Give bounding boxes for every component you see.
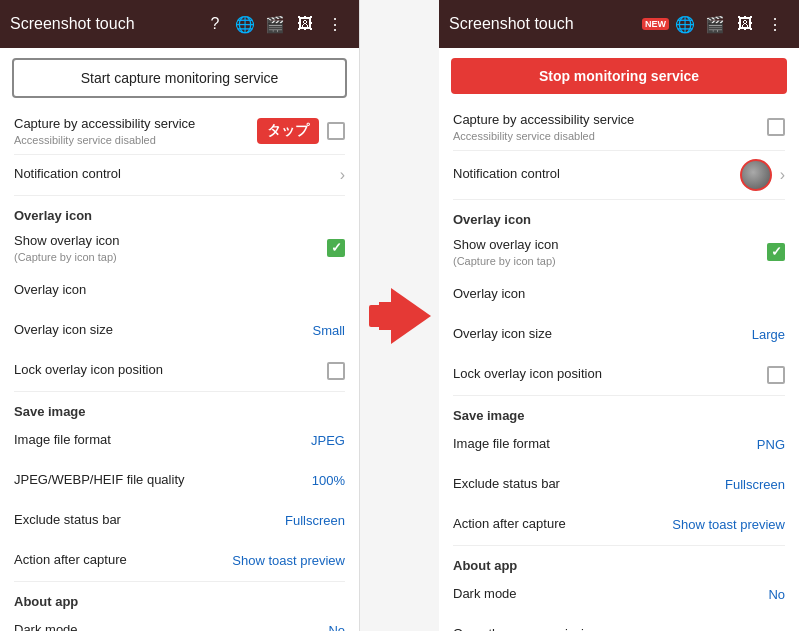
right-show-overlay-row[interactable]: Show overlay icon (Capture by icon tap) [439,229,799,275]
right-divider4 [453,545,785,546]
right-action-capture-value: Show toast preview [672,517,785,532]
right-dark-mode-row[interactable]: Dark mode No [439,575,799,615]
right-overlay-section-header: Overlay icon [439,204,799,229]
left-dark-mode-row[interactable]: Dark mode No [0,611,359,631]
right-image-format-title: Image file format [453,436,749,453]
right-more-icon[interactable]: ⋮ [761,10,789,38]
left-image-icon[interactable]: 🖼 [291,10,319,38]
left-accessibility-checkbox[interactable] [327,122,345,140]
right-dark-mode-title: Dark mode [453,586,760,603]
right-action-capture-title: Action after capture [453,516,664,533]
left-help-icon[interactable]: ? [201,10,229,38]
divider2 [14,195,345,196]
right-permissions-row[interactable]: Open the app permissions page › [439,615,799,631]
left-quality-value: 100% [312,473,345,488]
right-arrow-icon [391,288,431,344]
right-accessibility-row: Capture by accessibility service Accessi… [439,104,799,150]
left-quality-row[interactable]: JPEG/WEBP/HEIF file quality 100% [0,461,359,501]
right-app-title: Screenshot touch [449,15,640,33]
start-capture-button[interactable]: Start capture monitoring service [12,58,347,98]
right-show-overlay-checkbox[interactable] [767,243,785,261]
left-dark-mode-title: Dark mode [14,622,320,631]
left-about-section-header: About app [0,586,359,611]
right-overlay-size-row[interactable]: Overlay icon size Large [439,315,799,355]
left-content: Start capture monitoring service Capture… [0,48,359,631]
right-overlay-icon-row[interactable]: Overlay icon [439,275,799,315]
left-panel: Screenshot touch ? 🌐 🎬 🖼 ⋮ Start capture… [0,0,360,631]
right-image-icon[interactable]: 🖼 [731,10,759,38]
right-overlay-size-value: Large [752,327,785,342]
right-permissions-title: Open the app permissions page [453,626,772,631]
right-lock-overlay-row[interactable]: Lock overlay icon position [439,355,799,395]
left-accessibility-subtitle: Accessibility service disabled [14,134,249,146]
left-overlay-size-row[interactable]: Overlay icon size Small [0,311,359,351]
stop-monitoring-button[interactable]: Stop monitoring service [451,58,787,94]
right-exclude-bar-title: Exclude status bar [453,476,717,493]
left-overlay-icon-row[interactable]: Overlay icon [0,271,359,311]
left-quality-title: JPEG/WEBP/HEIF file quality [14,472,304,489]
right-exclude-bar-row[interactable]: Exclude status bar Fullscreen [439,465,799,505]
right-content: Stop monitoring service Capture by acces… [439,48,799,631]
right-overlay-size-title: Overlay icon size [453,326,744,343]
right-accessibility-title: Capture by accessibility service [453,112,767,129]
left-dark-mode-value: No [328,623,345,631]
left-lock-overlay-title: Lock overlay icon position [14,362,327,379]
left-action-capture-title: Action after capture [14,552,224,569]
left-image-format-row[interactable]: Image file format JPEG [0,421,359,461]
left-action-capture-row[interactable]: Action after capture Show toast preview [0,541,359,581]
right-topbar: Screenshot touch NEW 🌐 🎬 🖼 ⋮ [439,0,799,48]
left-exclude-bar-row[interactable]: Exclude status bar Fullscreen [0,501,359,541]
left-action-capture-value: Show toast preview [232,553,345,568]
left-show-overlay-checkbox[interactable] [327,239,345,257]
left-lock-overlay-checkbox[interactable] [327,362,345,380]
left-accessibility-row: Capture by accessibility service Accessi… [0,108,359,154]
right-divider2 [453,199,785,200]
arrow-container [360,0,439,631]
right-notification-chevron: › [780,166,785,184]
notification-overlay-icon [740,159,772,191]
left-overlay-icon-title: Overlay icon [14,282,345,299]
right-image-format-value: PNG [757,437,785,452]
right-image-format-row[interactable]: Image file format PNG [439,425,799,465]
left-exclude-bar-title: Exclude status bar [14,512,277,529]
left-notification-title: Notification control [14,166,332,183]
left-save-section-header: Save image [0,396,359,421]
right-notification-row[interactable]: Notification control › [439,151,799,199]
right-exclude-bar-value: Fullscreen [725,477,785,492]
left-show-overlay-title: Show overlay icon [14,233,327,250]
left-overlay-size-value: Small [312,323,345,338]
right-overlay-icon-title: Overlay icon [453,286,785,303]
right-show-overlay-subtitle: (Capture by icon tap) [453,255,767,267]
right-permissions-chevron: › [780,626,785,631]
right-notification-title: Notification control [453,166,732,183]
left-accessibility-title: Capture by accessibility service [14,116,249,133]
left-overlay-size-title: Overlay icon size [14,322,304,339]
tap-badge: タップ [257,118,319,144]
divider3 [14,391,345,392]
left-video-icon[interactable]: 🎬 [261,10,289,38]
right-globe-icon[interactable]: 🌐 [671,10,699,38]
right-action-capture-row[interactable]: Action after capture Show toast preview [439,505,799,545]
right-save-section-header: Save image [439,400,799,425]
right-video-icon[interactable]: 🎬 [701,10,729,38]
left-show-overlay-subtitle: (Capture by icon tap) [14,251,327,263]
left-exclude-bar-value: Fullscreen [285,513,345,528]
new-badge: NEW [642,18,669,30]
right-accessibility-checkbox[interactable] [767,118,785,136]
left-overlay-section-header: Overlay icon [0,200,359,225]
right-show-overlay-title: Show overlay icon [453,237,767,254]
left-show-overlay-row[interactable]: Show overlay icon (Capture by icon tap) [0,225,359,271]
left-notification-row[interactable]: Notification control › [0,155,359,195]
right-lock-overlay-checkbox[interactable] [767,366,785,384]
right-panel: Screenshot touch NEW 🌐 🎬 🖼 ⋮ Stop monito… [439,0,799,631]
left-lock-overlay-row[interactable]: Lock overlay icon position [0,351,359,391]
left-image-format-title: Image file format [14,432,303,449]
right-divider3 [453,395,785,396]
left-globe-icon[interactable]: 🌐 [231,10,259,38]
right-about-section-header: About app [439,550,799,575]
left-topbar: Screenshot touch ? 🌐 🎬 🖼 ⋮ [0,0,359,48]
right-dark-mode-value: No [768,587,785,602]
left-more-icon[interactable]: ⋮ [321,10,349,38]
left-image-format-value: JPEG [311,433,345,448]
divider4 [14,581,345,582]
